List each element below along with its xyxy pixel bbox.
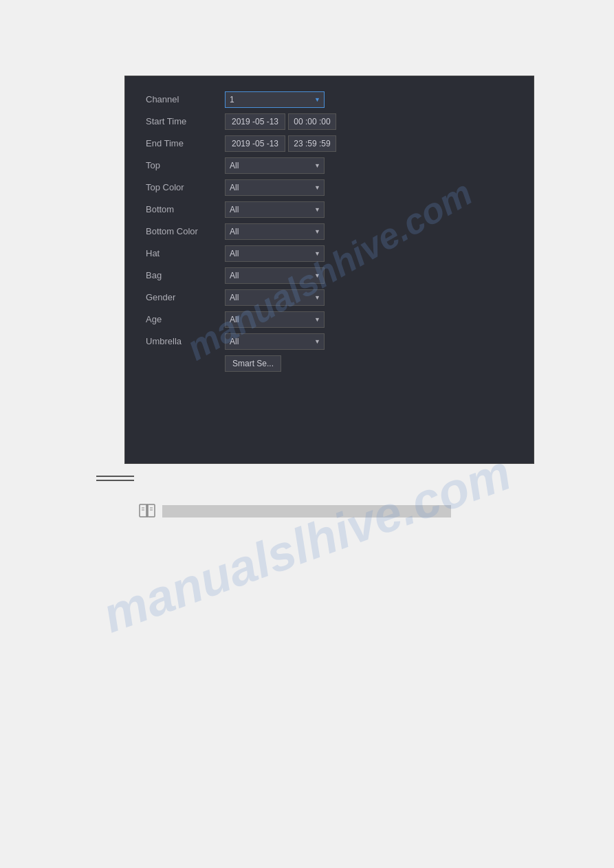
bag-select[interactable]: All — [225, 267, 325, 284]
umbrella-label: Umbrella — [146, 336, 225, 346]
end-time-label: End Time — [146, 138, 225, 148]
end-time-row: End Time — [146, 134, 513, 153]
bottom-color-select[interactable]: All — [225, 223, 325, 240]
smart-search-row: Smart Se... — [146, 354, 513, 372]
bottom-color-label: Bottom Color — [146, 226, 225, 236]
note-section — [138, 502, 451, 521]
gender-select[interactable]: All — [225, 289, 325, 306]
age-row: Age All — [146, 310, 513, 329]
svg-rect-1 — [148, 504, 155, 517]
channel-row: Channel 1 2 3 4 — [146, 90, 513, 109]
smart-search-button[interactable]: Smart Se... — [225, 355, 281, 372]
channel-select-wrapper: 1 2 3 4 — [225, 91, 325, 108]
end-time-input[interactable] — [288, 135, 336, 152]
divider-lines — [96, 476, 134, 481]
svg-rect-0 — [140, 504, 146, 517]
note-bar — [162, 505, 451, 518]
start-time-input[interactable] — [288, 113, 336, 130]
bag-select-wrapper: All — [225, 267, 325, 284]
start-date-input[interactable] — [225, 113, 285, 130]
end-date-input[interactable] — [225, 135, 285, 152]
hat-label: Hat — [146, 248, 225, 258]
top-label: Top — [146, 160, 225, 170]
book-icon — [138, 502, 157, 521]
bottom-color-select-wrapper: All — [225, 223, 325, 240]
top-color-label: Top Color — [146, 182, 225, 192]
umbrella-select[interactable]: All — [225, 333, 325, 350]
hat-row: Hat All — [146, 244, 513, 263]
top-color-select[interactable]: All — [225, 179, 325, 196]
age-select[interactable]: All — [225, 311, 325, 328]
divider-line-1 — [96, 476, 134, 477]
bag-row: Bag All — [146, 266, 513, 285]
top-row: Top All — [146, 156, 513, 175]
form-container: Channel 1 2 3 4 Start Time End Time — [125, 76, 534, 390]
top-select-wrapper: All — [225, 157, 325, 174]
bottom-color-row: Bottom Color All — [146, 222, 513, 241]
hat-select[interactable]: All — [225, 245, 325, 262]
start-time-inputs — [225, 113, 336, 130]
top-select[interactable]: All — [225, 157, 325, 174]
gender-label: Gender — [146, 292, 225, 302]
umbrella-row: Umbrella All — [146, 332, 513, 350]
channel-label: Channel — [146, 94, 225, 104]
top-color-select-wrapper: All — [225, 179, 325, 196]
umbrella-select-wrapper: All — [225, 333, 325, 350]
end-time-inputs — [225, 135, 336, 152]
age-select-wrapper: All — [225, 311, 325, 328]
bottom-select[interactable]: All — [225, 201, 325, 218]
gender-row: Gender All — [146, 288, 513, 307]
top-color-row: Top Color All — [146, 178, 513, 197]
main-panel: Channel 1 2 3 4 Start Time End Time — [124, 76, 534, 464]
bottom-watermark-text: manualslhive.com — [96, 444, 518, 644]
bottom-row: Bottom All — [146, 200, 513, 219]
start-time-label: Start Time — [146, 116, 225, 126]
gender-select-wrapper: All — [225, 289, 325, 306]
start-time-row: Start Time — [146, 112, 513, 131]
bottom-label: Bottom — [146, 204, 225, 214]
channel-select[interactable]: 1 2 3 4 — [225, 91, 325, 108]
bottom-select-wrapper: All — [225, 201, 325, 218]
divider-line-2 — [96, 480, 134, 481]
bag-label: Bag — [146, 270, 225, 280]
age-label: Age — [146, 314, 225, 324]
hat-select-wrapper: All — [225, 245, 325, 262]
bottom-watermark: manualslhive.com — [0, 515, 614, 572]
